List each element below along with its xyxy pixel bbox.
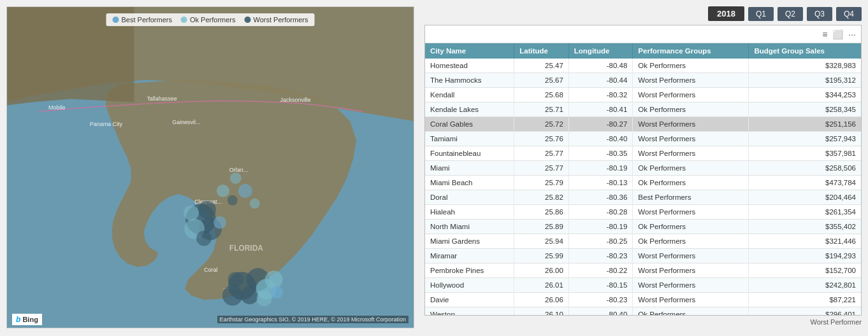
svg-text:Gainesvil...: Gainesvil...	[172, 119, 200, 125]
table-header-bar: ≡ ⬜ ···	[425, 25, 861, 43]
table-row[interactable]: Miami Beach25.79-80.13Ok Performers$473,…	[425, 176, 861, 190]
svg-text:Tallahassee: Tallahassee	[147, 95, 177, 102]
map-attribution: Earthstar Geographics SIO, © 2019 HERE, …	[217, 316, 409, 323]
table-row[interactable]: Miami Gardens25.94-80.25Ok Performers$32…	[425, 234, 861, 249]
worst-dot	[245, 17, 251, 23]
table-row[interactable]: The Hammocks25.67-80.44Worst Performers$…	[425, 73, 861, 88]
right-panel: 2018 Q1 Q2 Q3 Q4 ≡ ⬜ ··· City Name	[424, 6, 862, 328]
col-lon: Longitude	[568, 43, 633, 59]
table-row[interactable]: Kendall25.68-80.32Worst Performers$344,2…	[425, 88, 861, 102]
svg-point-18	[228, 272, 243, 287]
map-legend: Best Performers Ok Performers Worst Perf…	[106, 13, 315, 26]
table-header-icons: ≡ ⬜ ···	[822, 29, 856, 39]
svg-point-28	[213, 216, 226, 229]
svg-point-16	[222, 285, 243, 305]
svg-text:Mobile: Mobile	[48, 104, 65, 111]
table-row[interactable]: Fountainebleau25.77-80.35Worst Performer…	[425, 146, 861, 161]
table-row[interactable]: Weston26.10-80.40Ok Performers$296,401	[425, 307, 861, 316]
svg-point-30	[217, 185, 229, 197]
table-row[interactable]: Doral25.82-80.36Best Performers$204,464	[425, 190, 861, 205]
table-header-row: City Name Latitude Longitude Performance…	[425, 43, 861, 59]
q4-button[interactable]: Q4	[836, 7, 862, 21]
svg-text:FLORIDA: FLORIDA	[229, 244, 263, 253]
svg-text:Coral: Coral	[204, 267, 217, 273]
toolbar-row: 2018 Q1 Q2 Q3 Q4	[424, 6, 862, 25]
q2-button[interactable]: Q2	[778, 7, 803, 21]
col-sales: Budget Group Sales	[749, 43, 861, 59]
map-footer: b Bing Earthstar Geographics SIO, © 2019…	[7, 314, 414, 325]
svg-point-22	[271, 286, 284, 298]
q3-button[interactable]: Q3	[807, 7, 832, 21]
col-city: City Name	[425, 43, 514, 59]
svg-point-26	[198, 201, 216, 219]
svg-text:Panama City: Panama City	[90, 121, 123, 127]
svg-point-31	[228, 195, 238, 206]
table-row[interactable]: Hollywood26.01-80.15Worst Performers$242…	[425, 278, 861, 293]
legend-ok: Ok Performers	[181, 16, 236, 24]
best-dot	[113, 17, 119, 23]
table-container: ≡ ⬜ ··· City Name Latitude Longitude Per…	[424, 25, 862, 316]
svg-point-27	[184, 206, 199, 221]
legend-best-label: Best Performers	[122, 16, 172, 24]
table-row[interactable]: Miramar25.99-80.23Worst Performers$194,2…	[425, 249, 861, 263]
menu-icon[interactable]: ≡	[822, 29, 827, 39]
legend-worst: Worst Performers	[245, 16, 308, 24]
legend-worst-label: Worst Performers	[254, 16, 308, 24]
svg-point-20	[265, 270, 283, 288]
bing-logo: b Bing	[12, 314, 42, 325]
legend-ok-label: Ok Performers	[190, 16, 236, 24]
data-table: City Name Latitude Longitude Performance…	[425, 43, 861, 315]
table-scroll[interactable]: City Name Latitude Longitude Performance…	[425, 43, 861, 315]
table-row[interactable]: Homestead25.47-80.48Ok Performers$328,98…	[425, 59, 861, 73]
svg-point-33	[238, 184, 252, 198]
table-row[interactable]: Miami25.77-80.19Ok Performers$258,506	[425, 161, 861, 176]
table-row[interactable]: Tamiami25.76-80.40Worst Performers$257,9…	[425, 132, 861, 146]
map-svg: Mobile Tallahassee Jacksonville Panama C…	[7, 7, 414, 328]
table-row[interactable]: Davie26.06-80.23Worst Performers$87,221	[425, 293, 861, 307]
col-group: Performance Groups	[633, 43, 749, 59]
year-badge: 2018	[708, 6, 744, 21]
q1-button[interactable]: Q1	[748, 7, 774, 21]
table-wrapper: City Name Latitude Longitude Performance…	[425, 43, 861, 315]
table-row[interactable]: North Miami25.89-80.19Ok Performers$355,…	[425, 220, 861, 234]
more-icon[interactable]: ···	[848, 29, 856, 39]
legend-best: Best Performers	[113, 16, 172, 24]
table-row[interactable]: Kendale Lakes25.71-80.41Ok Performers$25…	[425, 102, 861, 117]
svg-point-17	[241, 286, 259, 304]
map-panel: Best Performers Ok Performers Worst Perf…	[6, 6, 414, 328]
table-row[interactable]: Pembroke Pines26.00-80.22Worst Performer…	[425, 263, 861, 278]
table-row[interactable]: Coral Gables25.72-80.27Worst Performers$…	[425, 117, 861, 132]
svg-text:Jacksonville: Jacksonville	[280, 97, 311, 103]
ok-dot	[181, 17, 187, 23]
svg-text:Orlan...: Orlan...	[229, 167, 248, 173]
svg-point-34	[250, 199, 260, 209]
expand-icon[interactable]: ⬜	[832, 29, 843, 39]
table-row[interactable]: Hialeah25.86-80.28Worst Performers$261,3…	[425, 205, 861, 220]
svg-point-21	[257, 291, 272, 306]
worst-performer-label: Worst Performer	[424, 316, 862, 328]
svg-point-32	[230, 172, 242, 184]
col-lat: Latitude	[514, 43, 569, 59]
svg-point-29	[196, 231, 212, 246]
